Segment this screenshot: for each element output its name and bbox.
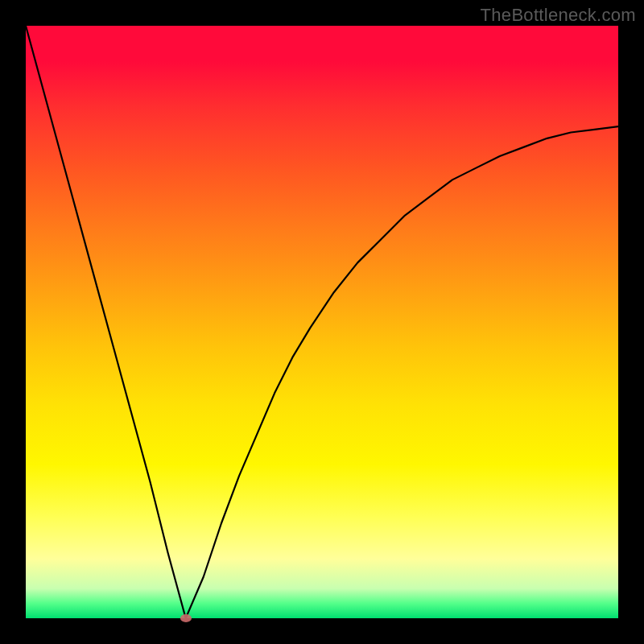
- minimum-marker: [180, 614, 192, 622]
- plot-area: [26, 26, 618, 618]
- curve-svg: [26, 26, 618, 618]
- chart-frame: TheBottleneck.com: [0, 0, 644, 644]
- bottleneck-curve: [26, 26, 618, 618]
- watermark-text: TheBottleneck.com: [481, 5, 636, 26]
